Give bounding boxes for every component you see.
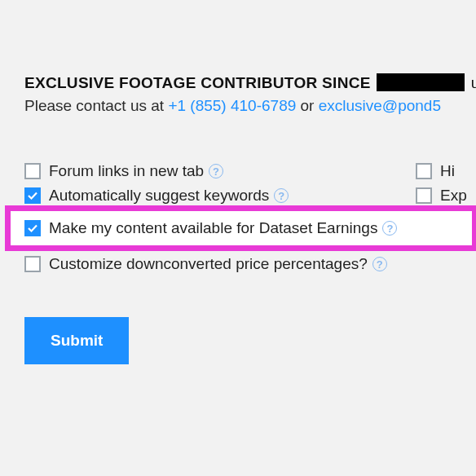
help-icon[interactable]: ? <box>209 164 223 178</box>
contact-or: or <box>296 97 318 114</box>
label-right-2: Exp <box>440 187 467 205</box>
label-right-1: Hi <box>440 162 455 180</box>
help-icon[interactable]: ? <box>274 188 289 203</box>
header-suffix: under <box>471 74 476 91</box>
label-auto-keywords: Automatically suggest keywords <box>49 187 269 205</box>
submit-button[interactable]: Submit <box>24 317 129 364</box>
options-group: Forum links in new tab ? Automatically s… <box>24 159 476 364</box>
label-forum-links: Forum links in new tab <box>49 162 204 180</box>
redacted-date <box>377 73 465 91</box>
contact-prefix: Please contact us at <box>24 97 168 114</box>
settings-panel: EXCLUSIVE FOOTAGE CONTRIBUTOR SINCE unde… <box>0 0 476 364</box>
checkbox-customize-price[interactable] <box>24 256 41 272</box>
option-row-right-2: Exp <box>416 183 467 208</box>
label-dataset-earnings: Make my content available for Dataset Ea… <box>49 219 377 237</box>
contact-phone-link[interactable]: +1 (855) 410-6789 <box>168 97 296 114</box>
option-row-forum-links: Forum links in new tab ? <box>24 159 476 183</box>
contributor-header: EXCLUSIVE FOOTAGE CONTRIBUTOR SINCE unde… <box>24 73 476 92</box>
help-icon[interactable]: ? <box>382 221 397 236</box>
contact-line: Please contact us at +1 (855) 410-6789 o… <box>24 97 476 115</box>
checkbox-right-1[interactable] <box>416 163 432 179</box>
checkbox-forum-links[interactable] <box>24 163 41 179</box>
option-row-customize-price: Customize downconverted price percentage… <box>24 252 476 276</box>
right-options-column: Hi Exp <box>416 159 467 208</box>
help-icon[interactable]: ? <box>372 257 387 271</box>
checkbox-auto-keywords[interactable] <box>24 187 41 204</box>
checkbox-dataset-earnings[interactable] <box>24 220 41 236</box>
option-row-right-1: Hi <box>416 159 467 183</box>
contact-email-link[interactable]: exclusive@pond5 <box>319 97 441 114</box>
label-customize-price: Customize downconverted price percentage… <box>49 255 368 273</box>
highlighted-option: Make my content available for Dataset Ea… <box>5 205 476 251</box>
header-prefix: EXCLUSIVE FOOTAGE CONTRIBUTOR SINCE <box>24 74 371 91</box>
option-row-auto-keywords: Automatically suggest keywords ? <box>24 183 476 208</box>
checkbox-right-2[interactable] <box>416 187 432 204</box>
